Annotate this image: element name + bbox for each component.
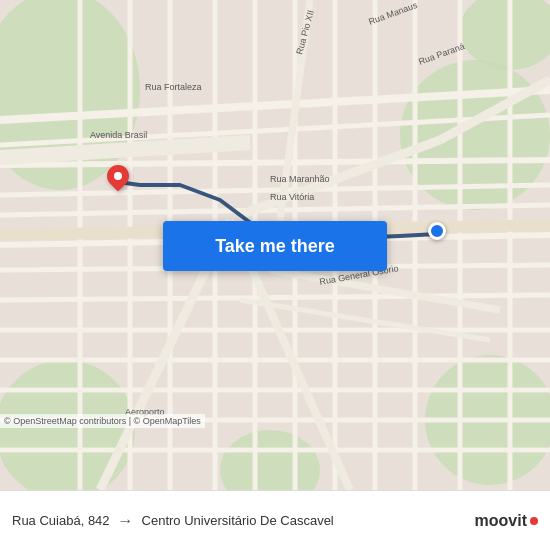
svg-text:Rua Fortaleza: Rua Fortaleza [145, 82, 202, 92]
arrow-icon: → [118, 512, 134, 530]
map-container: Rua Manaus Rua Paraná Rua Fortaleza Aven… [0, 0, 550, 490]
bottom-bar: Rua Cuiabá, 842 → Centro Universitário D… [0, 490, 550, 550]
svg-text:Avenida Brasil: Avenida Brasil [90, 130, 147, 140]
svg-text:Rua Maranhão: Rua Maranhão [270, 174, 330, 184]
origin-label: Rua Cuiabá, 842 [12, 513, 110, 528]
moovit-logo: moovit [475, 512, 538, 530]
destination-label: Centro Universitário De Cascavel [142, 513, 334, 528]
map-attribution: © OpenStreetMap contributors | © OpenMap… [0, 414, 205, 428]
origin-pin [107, 165, 129, 197]
take-me-there-button[interactable]: Take me there [163, 221, 387, 271]
moovit-dot [530, 517, 538, 525]
moovit-text: moovit [475, 512, 527, 530]
svg-text:Rua Vitória: Rua Vitória [270, 192, 314, 202]
destination-pin [428, 222, 446, 240]
